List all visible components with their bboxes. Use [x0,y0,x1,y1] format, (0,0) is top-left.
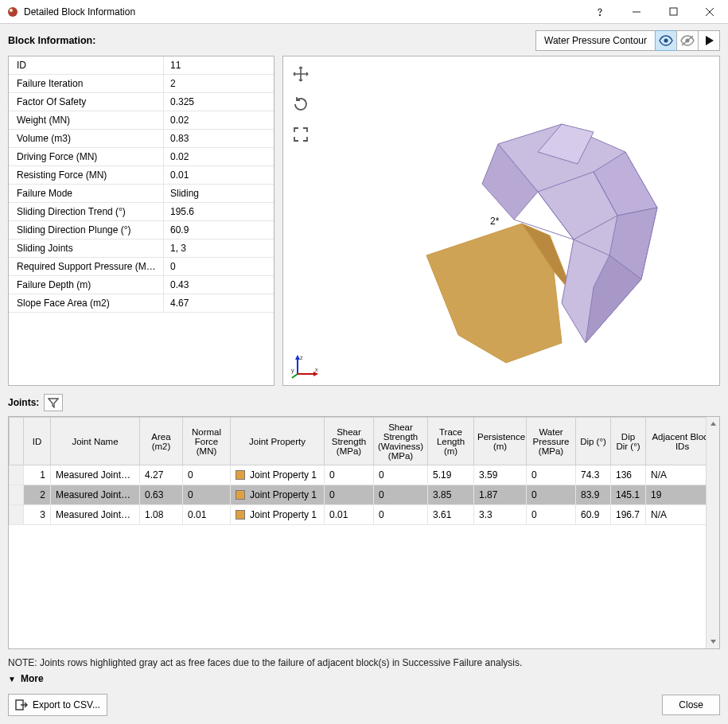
row-handle[interactable] [10,465,24,485]
table-cell: 3.3 [474,505,527,525]
table-cell: 1 [24,465,51,485]
svg-rect-4 [670,8,677,15]
property-key: Failure Mode [9,185,164,202]
col-dip[interactable]: Dip (°) [576,418,611,465]
pan-tool[interactable] [290,63,312,85]
table-cell: 4.27 [140,465,183,485]
col-dip-dir[interactable]: Dip Dir (°) [611,418,646,465]
svg-marker-35 [710,640,716,644]
col-persistence[interactable]: Persistence (m) [474,418,527,465]
property-row[interactable]: Sliding Direction Trend (°)195.6 [9,203,274,221]
fit-tool[interactable] [290,123,312,146]
block-render [379,96,681,375]
joint-property-label: Joint Property 1 [250,489,317,500]
maximize-button[interactable] [655,0,691,24]
property-row[interactable]: Required Support Pressure (MPa)0 [9,258,274,276]
table-cell: 0 [183,485,231,505]
export-label: Export to CSV... [33,699,100,710]
table-cell: 2 [24,485,51,505]
property-value: Sliding [164,185,274,202]
joints-table[interactable]: ID Joint Name Area (m2) Normal Force (MN… [9,417,719,525]
block-viewer[interactable]: 2* z x y [282,56,720,386]
table-cell: 0 [374,465,428,485]
table-cell: 1.87 [474,485,527,505]
minimize-button[interactable] [618,0,655,24]
property-row[interactable]: Failure ModeSliding [9,185,274,203]
block-label: 2* [490,216,499,227]
help-button[interactable] [582,0,618,24]
close-button[interactable]: Close [662,695,720,715]
svg-point-1 [10,9,13,12]
rotate-tool[interactable] [290,93,312,115]
col-normal-force[interactable]: Normal Force (MN) [183,418,231,465]
table-row[interactable]: 1Measured Joints-2...4.270Joint Property… [10,465,719,485]
table-cell: 5.19 [428,465,474,485]
more-label: More [21,673,44,684]
export-csv-button[interactable]: Export to CSV... [8,694,107,716]
table-row[interactable]: 3Measured Joints-801.080.01Joint Propert… [10,505,719,525]
col-joint-property[interactable]: Joint Property [231,418,325,465]
svg-point-2 [599,14,601,16]
water-pressure-contour-button[interactable]: Water Pressure Contour [535,30,656,51]
property-value: 0.02 [164,148,274,165]
property-table: ID11Failure Iteration2Factor Of Safety0.… [8,56,274,386]
table-cell: 83.9 [576,485,611,505]
table-cell: 0 [527,465,576,485]
table-cell: Joint Property 1 [231,465,325,485]
property-key: Failure Depth (m) [9,276,164,294]
filter-button[interactable] [44,394,63,411]
property-value: 0.83 [164,130,274,147]
joints-header-row: Joints: [0,391,728,415]
show-visible-button[interactable] [655,30,677,51]
table-cell: 145.1 [611,485,646,505]
eye-icon [659,35,673,46]
col-trace-length[interactable]: Trace Length (m) [428,418,474,465]
col-shear-waviness[interactable]: Shear Strength (Waviness) (MPa) [374,418,428,465]
row-handle[interactable] [10,485,24,505]
property-row[interactable]: Factor Of Safety0.325 [9,93,274,111]
scroll-up-icon[interactable] [707,417,720,430]
content-row: ID11Failure Iteration2Factor Of Safety0.… [0,54,728,391]
property-row[interactable]: Failure Iteration2 [9,75,274,93]
col-area[interactable]: Area (m2) [140,418,183,465]
property-row[interactable]: ID11 [9,56,274,75]
table-cell: Joint Property 1 [231,485,325,505]
col-spacer[interactable] [10,418,24,465]
table-cell: 0.01 [325,505,374,525]
table-cell: Measured Joints-2... [51,485,140,505]
property-value: 4.67 [164,294,274,312]
header-row: Block Information: Water Pressure Contou… [0,24,728,54]
row-handle[interactable] [10,505,24,525]
property-key: Driving Force (MN) [9,148,164,165]
table-row[interactable]: 2Measured Joints-2...0.630Joint Property… [10,485,719,505]
svg-line-29 [292,374,298,378]
svg-marker-10 [706,36,714,45]
property-row[interactable]: Weight (MN)0.02 [9,111,274,130]
property-key: Sliding Joints [9,239,164,257]
table-cell: 136 [611,465,646,485]
property-row[interactable]: Sliding Joints1, 3 [9,239,274,258]
table-cell: Joint Property 1 [231,505,325,525]
joint-property-label: Joint Property 1 [250,509,317,520]
property-row[interactable]: Slope Face Area (m2)4.67 [9,294,274,313]
more-expander[interactable]: ▼ More [0,671,728,689]
close-window-button[interactable] [691,0,728,24]
table-cell: 0 [374,505,428,525]
joints-grid: ID Joint Name Area (m2) Normal Force (MN… [8,416,720,649]
property-key: Weight (MN) [9,111,164,129]
property-row[interactable]: Sliding Direction Plunge (°)60.9 [9,221,274,239]
property-row[interactable]: Resisting Force (MN)0.01 [9,166,274,185]
property-row[interactable]: Failure Depth (m)0.43 [9,276,274,294]
hide-button[interactable] [676,30,699,51]
property-row[interactable]: Volume (m3)0.83 [9,130,274,148]
col-joint-name[interactable]: Joint Name [51,418,140,465]
property-row[interactable]: Driving Force (MN)0.02 [9,148,274,166]
col-id[interactable]: ID [24,418,51,465]
scroll-down-icon[interactable] [707,635,720,648]
table-cell: 0 [183,465,231,485]
col-shear-strength[interactable]: Shear Strength (MPa) [325,418,374,465]
play-button[interactable] [698,30,720,51]
col-water-pressure[interactable]: Water Pressure (MPa) [527,418,576,465]
vertical-scrollbar[interactable] [706,417,719,648]
table-cell: 3.61 [428,505,474,525]
